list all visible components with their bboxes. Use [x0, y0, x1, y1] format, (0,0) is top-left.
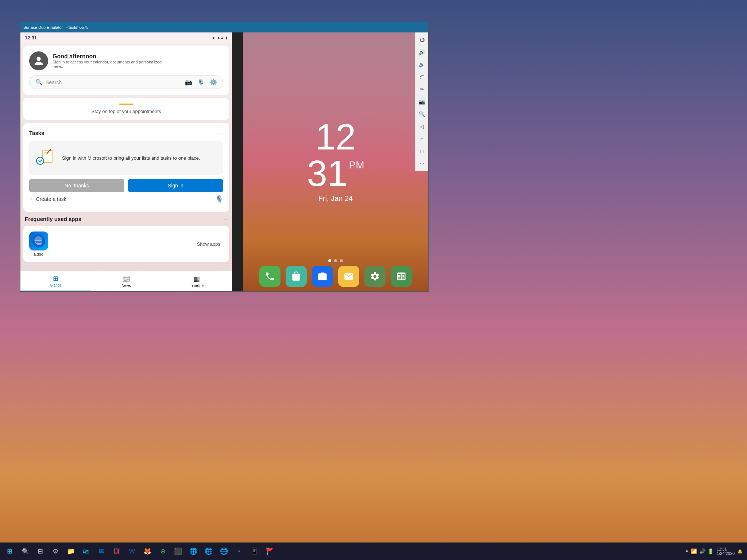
calendar-accent-bar	[119, 104, 133, 105]
create-task-label: Create a task	[36, 196, 66, 202]
taskbar-firefox[interactable]: 🦊	[140, 543, 155, 559]
dock-camera-icon[interactable]	[312, 266, 333, 287]
battery-icon: ▮	[225, 36, 228, 40]
clock-date: Fri, Jan 24	[307, 194, 364, 203]
taskbar-emulator[interactable]: 📱	[247, 543, 262, 559]
tasks-title: Tasks	[29, 130, 44, 136]
back-button[interactable]: ◁	[416, 121, 428, 132]
tag-button[interactable]: 🏷	[416, 71, 428, 83]
plus-icon: +	[29, 195, 33, 203]
search-placeholder: Search	[46, 79, 182, 85]
dock-phone-icon[interactable]	[259, 266, 280, 287]
windows-logo: ⊞	[7, 547, 12, 555]
taskbar-file-explorer[interactable]: 📁	[63, 543, 78, 559]
start-button[interactable]: ⊞	[1, 543, 18, 559]
glance-icon: ⊞	[53, 275, 58, 283]
clock-minute: 31	[307, 155, 347, 191]
taskbar-expand-icon[interactable]: ▲	[685, 548, 689, 554]
dock-settings-icon[interactable]	[364, 266, 386, 287]
power-button[interactable]: ⏻	[416, 34, 428, 46]
screenshot-button[interactable]: 📷	[416, 96, 428, 108]
emulator-body: 12:31 ▲ ▲▲ ▮	[20, 32, 428, 291]
settings-icon[interactable]: ⚙️	[210, 79, 217, 86]
no-thanks-button[interactable]: No, thanks	[29, 179, 124, 192]
edge-app-icon	[29, 232, 48, 250]
launcher-content: Good afternoon Sign in to access your ca…	[20, 43, 232, 271]
taskbar-right: ▲ 📶 🔊 🔋 12:31 1/24/2020 🔔	[685, 547, 746, 556]
timeline-icon: ▦	[194, 275, 200, 283]
taskbar-cmd[interactable]: ▪	[232, 543, 247, 559]
recents-button[interactable]: □	[416, 145, 428, 157]
taskbar-battery-icon[interactable]: 🔋	[708, 548, 714, 554]
sign-in-button[interactable]: Sign in	[128, 179, 223, 192]
news-label: News	[121, 284, 131, 288]
notification-icon[interactable]: 🔔	[738, 549, 743, 554]
svg-rect-2	[44, 152, 50, 153]
dock-email-icon[interactable]	[338, 266, 359, 287]
show-apps-button[interactable]: Show apps	[194, 240, 223, 248]
taskbar-start-menu[interactable]: 🚩	[263, 543, 277, 559]
microphone-icon[interactable]: 🎙️	[197, 79, 205, 86]
taskbar-settings[interactable]: ⚙	[48, 543, 63, 559]
volume-down-button[interactable]: 🔈	[416, 59, 428, 70]
taskbar-clock[interactable]: 12:31 1/24/2020	[717, 547, 735, 556]
more-controls-button[interactable]: ⋯	[416, 158, 428, 170]
tab-glance[interactable]: ⊞ Glance	[20, 271, 91, 291]
profile-subtitle: Sign in to access your calendar, documen…	[53, 60, 162, 69]
taskbar-search[interactable]: 🔍	[18, 543, 34, 559]
taskbar-store[interactable]: 🛍	[79, 543, 93, 559]
glance-label: Glance	[50, 283, 62, 287]
calendar-appointments-text: Stay on top of your appointments	[92, 109, 161, 114]
dock-news-icon[interactable]	[391, 266, 412, 287]
search-actions: 📷 🎙️ ⚙️	[185, 79, 217, 86]
taskbar-photos[interactable]: 🖼	[109, 543, 124, 559]
camera-search-icon[interactable]: 📷	[185, 79, 192, 86]
calendar-widget: Stay on top of your appointments	[23, 98, 229, 120]
home-button[interactable]: ○	[416, 133, 428, 145]
taskbar-speaker-icon[interactable]: 🔊	[699, 548, 705, 554]
taskbar-edge-beta[interactable]: 🌐	[201, 543, 216, 559]
edge-app-label: Edge	[34, 252, 43, 256]
tasks-more-icon[interactable]: ⋯	[217, 129, 223, 137]
apps-section-header: Frequently used apps ⋯	[23, 215, 229, 223]
apps-card: Edge Show apps	[23, 226, 229, 262]
tab-timeline[interactable]: ▦ Timeline	[162, 271, 232, 291]
volume-up-button[interactable]: 🔊	[416, 46, 428, 58]
side-controls: ⏻ 🔊 🔈 🏷 ✏ 📷 🔍 ◁ ○ □ ⋯	[415, 32, 428, 171]
create-task-left[interactable]: + Create a task	[29, 195, 66, 203]
taskbar-edge-dev[interactable]: 🌐	[217, 543, 231, 559]
search-bar[interactable]: 🔍 Search 📷 🎙️ ⚙️	[29, 75, 223, 89]
tasks-actions: No, thanks Sign in	[29, 179, 223, 192]
microphone-task-icon[interactable]: 🎙️	[215, 195, 223, 203]
taskbar-chrome[interactable]: ⊕	[155, 543, 170, 559]
svg-point-4	[36, 157, 44, 164]
left-panel: 12:31 ▲ ▲▲ ▮	[20, 32, 232, 291]
apps-section-title: Frequently used apps	[25, 216, 81, 222]
tab-news[interactable]: 📰 News	[91, 271, 161, 291]
timeline-label: Timeline	[190, 284, 204, 288]
task-view-button[interactable]: ⊟	[34, 543, 47, 559]
eraser-button[interactable]: ✏	[416, 83, 428, 95]
clock-hour: 12	[307, 118, 364, 155]
taskbar-outlook[interactable]: ✉	[94, 543, 109, 559]
dot-1	[328, 259, 331, 262]
emulator-window: Surface Duo Emulator - <build>5575 12:31…	[20, 22, 429, 292]
status-time: 12:31	[25, 35, 37, 40]
tasks-sign-in-card: Sign in with Microsoft to bring all your…	[29, 141, 223, 175]
taskbar-edge[interactable]: 🌐	[186, 543, 201, 559]
panel-divider	[232, 32, 243, 291]
app-dock	[259, 266, 412, 287]
taskbar-word[interactable]: W	[125, 543, 139, 559]
dot-3	[340, 259, 343, 262]
bottom-tabs: ⊞ Glance 📰 News ▦ Timeline	[20, 271, 232, 291]
wifi-icon: ▲	[212, 36, 215, 40]
taskbar-network-icon[interactable]: 📶	[691, 548, 697, 554]
dock-store-icon[interactable]	[286, 266, 307, 287]
emulator-title: Surface Duo Emulator - <build>5575	[23, 25, 89, 30]
edge-app-item[interactable]: Edge	[29, 232, 48, 256]
avatar	[29, 51, 48, 70]
zoom-button[interactable]: 🔍	[416, 108, 428, 120]
apps-more-icon[interactable]: ⋯	[221, 215, 228, 223]
news-icon: 📰	[122, 275, 130, 283]
taskbar-terminal[interactable]: ⬛	[171, 543, 185, 559]
